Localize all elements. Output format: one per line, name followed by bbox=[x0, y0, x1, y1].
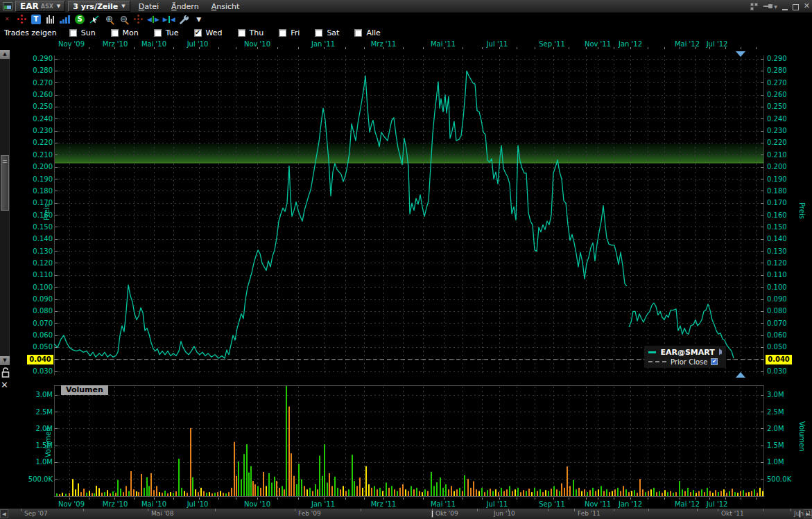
wrench-settings-icon[interactable] bbox=[179, 14, 190, 25]
price-tick-label: 0.230 bbox=[767, 127, 802, 135]
quote-source-icon[interactable]: S bbox=[74, 14, 85, 25]
checkbox-checked-icon[interactable]: ✔ bbox=[194, 29, 202, 37]
price-tick-label: 0.030 bbox=[767, 367, 802, 376]
date-axis-tick bbox=[444, 498, 444, 500]
minimize-icon[interactable] bbox=[782, 9, 788, 10]
price-tick-label: 0.060 bbox=[767, 331, 802, 340]
expand-horizontal-icon[interactable]: ◀▶ bbox=[147, 14, 159, 25]
maximize-icon[interactable] bbox=[793, 4, 799, 10]
checkbox-unchecked-icon[interactable] bbox=[111, 29, 119, 37]
day-checkbox-alle[interactable]: Alle bbox=[354, 28, 380, 37]
day-checkbox-thu[interactable]: Thu bbox=[238, 28, 264, 37]
chart-legend: EAR@SMART Prior Close ✔ bbox=[644, 346, 726, 368]
price-tick-label: 0.090 bbox=[767, 295, 802, 304]
date-axis-tick bbox=[482, 498, 483, 500]
month-label: Nov '10 bbox=[236, 500, 278, 508]
month-label: Jan '11 bbox=[302, 40, 344, 48]
timeline-left-arrow[interactable]: ◀ bbox=[0, 509, 8, 518]
red-crosshair-points-icon[interactable] bbox=[16, 14, 27, 25]
day-checkbox-sat[interactable]: Sat bbox=[315, 28, 339, 37]
remove-study-icon[interactable]: ✕ bbox=[1, 14, 12, 25]
date-axis-tick bbox=[383, 498, 384, 500]
date-axis-tick bbox=[569, 498, 569, 500]
app-window-icon bbox=[3, 2, 12, 10]
price-tick-label: 0.030 bbox=[21, 367, 53, 376]
close-volume-pane-icon[interactable]: ✕ bbox=[1, 380, 8, 390]
legend-series-row[interactable]: EAR@SMART bbox=[648, 347, 722, 357]
history-timeline-scrollbar[interactable]: ◀ ▶ Sep '07Mai '08Feb '09Okt '09Jun '10F… bbox=[0, 509, 812, 519]
checkbox-unchecked-icon[interactable] bbox=[238, 29, 245, 37]
price-tick-label: 0.110 bbox=[21, 271, 53, 279]
checkbox-unchecked-icon[interactable] bbox=[154, 29, 162, 37]
day-checkbox-tue[interactable]: Tue bbox=[154, 28, 179, 37]
price-tick-label: 0.250 bbox=[21, 103, 53, 111]
price-tick-label: 0.080 bbox=[21, 307, 53, 315]
volume-tick-label: 3.0M bbox=[21, 391, 53, 399]
price-tick-label: 0.240 bbox=[767, 115, 802, 123]
scroll-up-button[interactable]: ▲ bbox=[0, 50, 10, 59]
checkbox-unchecked-icon[interactable] bbox=[315, 29, 322, 37]
crosshair-cursor-icon[interactable] bbox=[132, 14, 144, 25]
pin-window-icon[interactable]: ▼ bbox=[763, 4, 777, 9]
date-axis-tick bbox=[218, 498, 219, 500]
timeline-range-handle[interactable] bbox=[799, 510, 801, 518]
month-label: Mrz '11 bbox=[363, 40, 404, 48]
menu-datei[interactable]: Datei bbox=[139, 2, 159, 11]
timeline-date-label: Mai '08 bbox=[151, 510, 174, 517]
right-volume-axis-title: Volumen bbox=[798, 421, 806, 452]
menu-ansicht[interactable]: Ansicht bbox=[211, 2, 240, 11]
timeline-date-label: Okt '09 bbox=[435, 510, 458, 517]
timeline-tick bbox=[148, 509, 148, 511]
month-label: Jul '11 bbox=[476, 500, 518, 508]
price-tick-label: 0.050 bbox=[767, 343, 802, 351]
zoom-out-icon[interactable]: − bbox=[118, 14, 129, 25]
day-checkbox-mon[interactable]: Mon bbox=[111, 28, 139, 37]
price-tick-label: 0.100 bbox=[21, 283, 53, 292]
prior-close-dash-swatch-icon bbox=[648, 361, 666, 362]
price-tick-label: 0.180 bbox=[21, 187, 53, 195]
prior-close-label: Prior Close bbox=[671, 358, 707, 366]
volume-tick-label: 1.5M bbox=[767, 441, 802, 450]
month-label: Jan '11 bbox=[302, 500, 344, 508]
price-tick-label: 0.240 bbox=[21, 115, 53, 123]
prior-close-checkbox[interactable]: ✔ bbox=[711, 358, 718, 365]
range-marker-top-icon[interactable] bbox=[736, 51, 745, 57]
drag-cursor-icon bbox=[718, 348, 722, 356]
date-axis-tick bbox=[664, 498, 665, 500]
more-tools-dropdown-icon[interactable]: ▼ bbox=[193, 14, 205, 25]
day-checkbox-wed[interactable]: ✔Wed bbox=[194, 28, 223, 37]
volume-histogram-icon[interactable] bbox=[60, 14, 71, 25]
unlock-icon[interactable] bbox=[1, 367, 10, 378]
timeline-range-handle[interactable] bbox=[431, 510, 433, 518]
close-icon[interactable]: ✕ bbox=[804, 1, 810, 12]
day-checkbox-fri[interactable]: Fri bbox=[279, 28, 300, 37]
compress-horizontal-icon[interactable]: ▶◀ bbox=[163, 14, 175, 25]
chevron-down-icon: ▼ bbox=[57, 3, 60, 9]
zoom-in-icon[interactable]: + bbox=[103, 14, 114, 25]
price-tick-label: 0.260 bbox=[21, 91, 53, 99]
checkbox-unchecked-icon[interactable] bbox=[354, 29, 362, 37]
price-tick-label: 0.120 bbox=[767, 259, 802, 267]
day-checkbox-sun[interactable]: Sun bbox=[69, 28, 96, 37]
date-axis-tick bbox=[199, 498, 200, 500]
menu-andern[interactable]: Ändern bbox=[171, 2, 199, 11]
text-tool-icon[interactable]: T bbox=[31, 14, 42, 25]
layout-blocks-icon[interactable] bbox=[750, 3, 758, 10]
period-dropdown[interactable]: 3 yrs/Zeile ▼ bbox=[68, 1, 130, 12]
price-tick-label: 0.070 bbox=[21, 319, 53, 328]
range-marker-bottom-icon[interactable] bbox=[736, 372, 745, 378]
checkbox-unchecked-icon[interactable] bbox=[69, 29, 77, 37]
day-label: Thu bbox=[250, 28, 264, 37]
price-tick-label: 0.190 bbox=[21, 175, 53, 184]
trendline-tool-icon[interactable] bbox=[89, 14, 100, 25]
checkbox-unchecked-icon[interactable] bbox=[279, 29, 286, 37]
price-scrollbar-thumb[interactable] bbox=[1, 155, 9, 211]
ohlc-bars-icon[interactable] bbox=[45, 14, 56, 25]
symbol-dropdown[interactable]: EAR ASX ▼ bbox=[15, 1, 65, 12]
price-chart[interactable] bbox=[54, 50, 764, 381]
date-axis-tick bbox=[218, 47, 219, 49]
day-label: Fri bbox=[291, 28, 300, 37]
scroll-down-button[interactable]: ▼ bbox=[0, 356, 10, 365]
volume-chart[interactable] bbox=[54, 385, 764, 498]
window-controls: ▼ ✕ bbox=[746, 1, 810, 12]
